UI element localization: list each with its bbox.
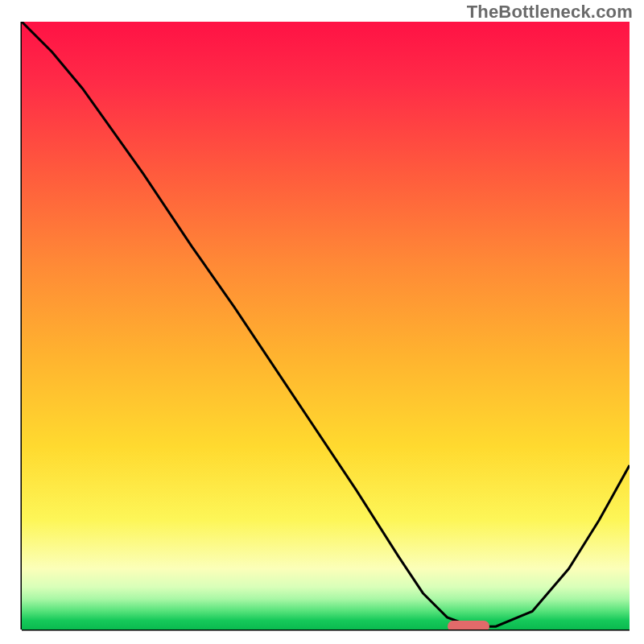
chart-container: TheBottleneck.com: [0, 0, 644, 644]
optimum-marker: [448, 621, 490, 630]
plot-area: [22, 22, 630, 630]
curve-layer: [22, 22, 630, 630]
bottleneck-curve: [22, 22, 630, 626]
